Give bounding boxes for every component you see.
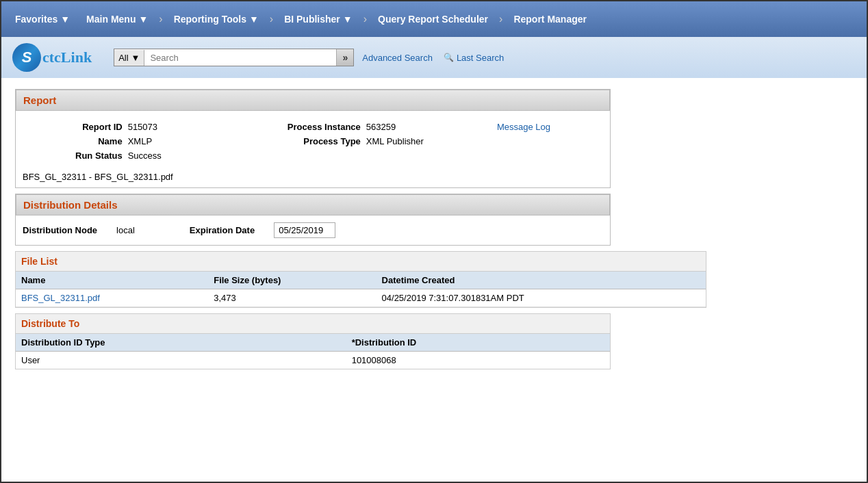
file-list-table: Name File Size (bytes) Datetime Created … (16, 272, 706, 307)
file-datetime: 04/25/2019 7:31:07.301831AM PDT (376, 289, 706, 307)
table-row: BFS_GL_32311.pdf3,47304/25/2019 7:31:07.… (16, 289, 706, 307)
file-list-col-name: Name (16, 272, 208, 289)
chevron-down-icon: ▼ (138, 14, 148, 25)
name-label: Name (23, 136, 128, 146)
message-log-link[interactable]: Message Log (497, 122, 603, 132)
nav-bar: Favorites ▼ Main Menu ▼ › Reporting Tool… (1, 1, 867, 37)
distribution-node-value: local (116, 225, 176, 235)
nav-separator-2: › (268, 13, 275, 25)
file-list-section: File List Name File Size (bytes) Datetim… (15, 251, 706, 308)
search-area: S ctcLink All ▼ » Advanced Search 🔍 Last… (1, 37, 867, 78)
chevron-down-icon: ▼ (249, 14, 259, 25)
report-section-title: Report (23, 94, 56, 106)
file-path: BFS_GL_32311 - BFS_GL_32311.pdf (16, 169, 610, 187)
table-row: User101008068 (16, 352, 610, 369)
search-go-button[interactable]: » (336, 49, 353, 66)
dist-col-id-type: Distribution ID Type (16, 334, 346, 352)
last-search-link[interactable]: 🔍 Last Search (444, 53, 504, 63)
run-status-value: Success (128, 151, 235, 161)
file-size: 3,473 (208, 289, 376, 307)
nav-reporting-tools[interactable]: Reporting Tools ▼ (167, 10, 266, 29)
nav-separator-4: › (498, 13, 504, 25)
chevron-down-icon: ▼ (60, 14, 70, 25)
chevron-down-icon: ▼ (343, 14, 353, 25)
report-id-label: Report ID (23, 122, 128, 132)
process-type-label: Process Type (235, 136, 366, 146)
report-id-value: 515073 (128, 122, 235, 132)
report-fields: Report ID 515073 Process Instance 563259… (16, 116, 610, 166)
search-scope-dropdown[interactable]: All ▼ (114, 50, 144, 66)
search-links: Advanced Search 🔍 Last Search (362, 53, 504, 63)
distribution-section-header: Distribution Details (16, 194, 610, 216)
report-section: Report Report ID 515073 Process Instance… (15, 89, 611, 188)
nav-report-manager[interactable]: Report Manager (507, 10, 593, 29)
file-list-col-size: File Size (bytes) (208, 272, 376, 289)
process-type-value: XML Publisher (366, 136, 497, 146)
distribution-fields: Distribution Node local Expiration Date (16, 216, 610, 245)
name-value: XMLP (128, 136, 235, 146)
logo-text: ctcLink (42, 49, 92, 66)
distribution-section-title: Distribution Details (23, 199, 118, 211)
chevron-down-icon: ▼ (131, 53, 140, 63)
logo: S ctcLink (12, 43, 92, 72)
process-instance-label: Process Instance (235, 122, 366, 132)
file-link[interactable]: BFS_GL_32311.pdf (21, 293, 100, 303)
advanced-search-link[interactable]: Advanced Search (362, 53, 433, 63)
run-status-label: Run Status (23, 151, 128, 161)
nav-bi-publisher[interactable]: BI Publisher ▼ (277, 10, 359, 29)
nav-query-report-scheduler[interactable]: Query Report Scheduler (371, 10, 495, 29)
report-section-header: Report (16, 90, 610, 111)
nav-separator-3: › (362, 13, 368, 25)
nav-separator-1: › (157, 13, 164, 25)
search-container: All ▼ » (114, 49, 354, 66)
search-input[interactable] (144, 50, 336, 66)
dist-id-value: 101008068 (346, 352, 610, 369)
distribute-to-section: Distribute To Distribution ID Type *Dist… (15, 313, 611, 369)
logo-icon: S (12, 43, 41, 72)
distribute-to-table: Distribution ID Type *Distribution ID Us… (16, 334, 610, 369)
search-icon: 🔍 (444, 53, 454, 62)
dist-id-type: User (16, 352, 346, 369)
distribution-node-label: Distribution Node (23, 225, 103, 235)
nav-main-menu[interactable]: Main Menu ▼ (79, 10, 155, 29)
dist-col-id: *Distribution ID (346, 334, 610, 352)
expiration-date-input[interactable] (274, 222, 335, 238)
distribution-details-section: Distribution Details Distribution Node l… (15, 194, 611, 246)
expiration-date-label: Expiration Date (190, 225, 260, 235)
file-list-col-datetime: Datetime Created (376, 272, 706, 289)
process-instance-value: 563259 (366, 122, 497, 132)
distribute-to-title: Distribute To (16, 314, 610, 334)
main-content: Report Report ID 515073 Process Instance… (1, 78, 867, 380)
nav-favorites[interactable]: Favorites ▼ (8, 10, 77, 29)
file-list-title: File List (16, 252, 706, 272)
